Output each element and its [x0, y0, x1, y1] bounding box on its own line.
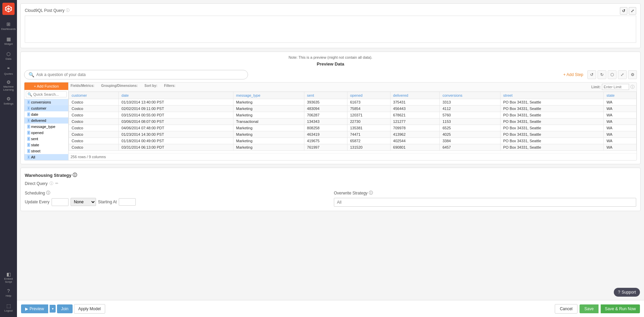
chart-button[interactable]: ⬡ [608, 70, 617, 79]
warehousing-section: Warehousing Strategy ⓘ Direct Query ⓘ ✏ … [20, 168, 641, 211]
query-textarea[interactable] [25, 16, 636, 43]
preview-button[interactable]: ▶ Preview [21, 304, 48, 313]
table-cell: 456443 [390, 106, 440, 112]
field-item-all[interactable]: I All [24, 154, 68, 160]
col-header-street[interactable]: street [500, 92, 603, 99]
overwrite-section: Overwrite Strategy ⓘ [334, 190, 636, 207]
sidebar-item-logout[interactable]: ⬚ Logout [2, 301, 15, 314]
scheduling-row: Scheduling ⓘ Update Every None Hourly Da… [25, 190, 636, 207]
preview-title: Preview Data [24, 61, 637, 67]
sidebar-item-quotes[interactable]: ❝ Quotes [2, 64, 15, 77]
sidebar-item-ml[interactable]: ⚙ Machine Learning [2, 79, 15, 92]
table-row: Costco01/23/2014 14:30:00 PSTMarketing46… [69, 131, 637, 138]
save-run-button[interactable]: Save & Run Now [601, 304, 640, 313]
ai-search-input[interactable] [36, 72, 244, 77]
limit-input[interactable] [602, 84, 629, 90]
scheduling-title: Scheduling ⓘ [25, 190, 327, 196]
table-cell: PO Box 34331, Seattle [500, 118, 603, 125]
field-item-date[interactable]: I date [24, 111, 68, 117]
field-item-customer[interactable]: I customer [24, 105, 68, 111]
table-cell: WA [604, 99, 637, 106]
bottom-left: ▶ Preview ▾ Join Apply Model [21, 304, 105, 314]
table-area: Fields/Metrics: Grouping/Dimensions: Sor… [69, 82, 637, 160]
table-cell: Costco [69, 138, 119, 144]
table-cell: 463419 [304, 131, 347, 138]
sidebar-item-embed[interactable]: ◧ Embed Script [2, 271, 15, 284]
redo-button[interactable]: ↻ [598, 70, 606, 79]
ai-search-bar[interactable]: 🔍 [24, 70, 248, 79]
table-cell: 1153 [440, 118, 500, 125]
table-cell: 6457 [440, 144, 500, 151]
table-cell: 3313 [440, 99, 500, 106]
col-header-state[interactable]: state [604, 92, 637, 99]
col-header-opened[interactable]: opened [347, 92, 390, 99]
col-header-delivered[interactable]: delivered [390, 92, 440, 99]
field-item-sent[interactable]: I sent [24, 136, 68, 142]
table-cell: Costco [69, 118, 119, 125]
table-cell: Transactional [233, 118, 304, 125]
table-cell: 75854 [347, 106, 390, 112]
col-header-conversions[interactable]: conversions [440, 92, 500, 99]
settings-button[interactable]: ⚙ [628, 70, 637, 79]
add-step-button[interactable]: + Add Step [561, 71, 586, 78]
query-reset-button[interactable]: ↺ [620, 7, 627, 15]
widget-icon: ▦ [6, 36, 11, 42]
field-item-state[interactable]: I state [24, 142, 68, 148]
table-cell: 121277 [390, 118, 440, 125]
table-cell: 706287 [304, 112, 347, 118]
join-button[interactable]: Join [57, 304, 73, 313]
sidebar-item-dashboards[interactable]: ⊞ Dashboards [2, 19, 15, 33]
apply-model-button[interactable]: Apply Model [74, 304, 105, 314]
starting-at-input[interactable] [119, 198, 136, 206]
warehousing-help-icon: ⓘ [73, 172, 77, 178]
field-item-opened[interactable]: I opened [24, 130, 68, 136]
field-item-delivered[interactable]: I delivered [24, 117, 68, 124]
support-button[interactable]: ? Support [614, 288, 640, 297]
preview-icon: ▶ [25, 306, 28, 311]
field-item-message-type[interactable]: I message_type [24, 124, 68, 130]
preview-caret-button[interactable]: ▾ [50, 305, 56, 313]
table-cell: WA [604, 131, 637, 138]
table-cell: WA [604, 138, 637, 144]
col-header-message-type[interactable]: message_type [233, 92, 304, 99]
table-cell: 03/06/2014 08:07:00 PST [119, 118, 233, 125]
col-header-date[interactable]: date [119, 92, 233, 99]
dashboard-icon: ⊞ [6, 21, 11, 27]
table-cell: Costco [69, 131, 119, 138]
sidebar-item-settings[interactable]: ⚙ Settings [2, 94, 15, 107]
expand-button[interactable]: ⤢ [618, 70, 627, 79]
table-cell: 761997 [304, 144, 347, 151]
field-item-street[interactable]: I street [24, 148, 68, 154]
sidebar-item-data[interactable]: ⬡ Data [2, 49, 15, 62]
direct-query-edit-icon[interactable]: ✏ [55, 181, 58, 186]
query-expand-button[interactable]: ⤢ [629, 7, 636, 15]
col-header-sent[interactable]: sent [304, 92, 347, 99]
add-function-button[interactable]: + Add Function [24, 82, 68, 90]
overwrite-input[interactable] [334, 198, 636, 207]
field-item-conversions[interactable]: I conversions [24, 99, 68, 105]
update-every-input[interactable] [52, 198, 69, 206]
frequency-select[interactable]: None Hourly Daily Weekly Monthly [71, 198, 96, 206]
warehousing-title: Warehousing Strategy ⓘ [25, 172, 636, 178]
table-cell: WA [604, 112, 637, 118]
update-every-row: Update Every None Hourly Daily Weekly Mo… [25, 198, 327, 206]
table-cell: PO Box 34331, Seattle [500, 125, 603, 131]
scroll-area: Cloud9QL Post Query ⓘ ↺ ⤢ Note: This is … [17, 0, 644, 300]
sidebar: ⊞ Dashboards ▦ Widget ⬡ Data ❝ Quotes ⚙ … [0, 0, 17, 317]
col-header-customer[interactable]: customer [69, 92, 119, 99]
table-cell: Marketing [233, 138, 304, 144]
refresh-button[interactable]: ↺ [587, 70, 596, 79]
table-row: Costco03/31/2014 06:13:00 PDTMarketing76… [69, 144, 637, 151]
table-cell: 4112 [440, 106, 500, 112]
cancel-button[interactable]: Cancel [555, 304, 577, 314]
sidebar-item-help[interactable]: ? Help [2, 286, 15, 299]
logo[interactable] [2, 3, 15, 15]
sidebar-item-widget[interactable]: ▦ Widget [2, 34, 15, 48]
data-icon: ⬡ [6, 51, 11, 57]
field-search-input[interactable] [26, 91, 67, 97]
table-row: Costco02/02/2014 09:11:00 PSTMarketing48… [69, 106, 637, 112]
preview-section: Note: This is a preview (might not conta… [20, 52, 641, 164]
save-button[interactable]: Save [580, 304, 598, 313]
table-meta-row: Fields/Metrics: Grouping/Dimensions: Sor… [69, 82, 637, 92]
query-card-title: Cloud9QL Post Query ⓘ [25, 8, 636, 13]
